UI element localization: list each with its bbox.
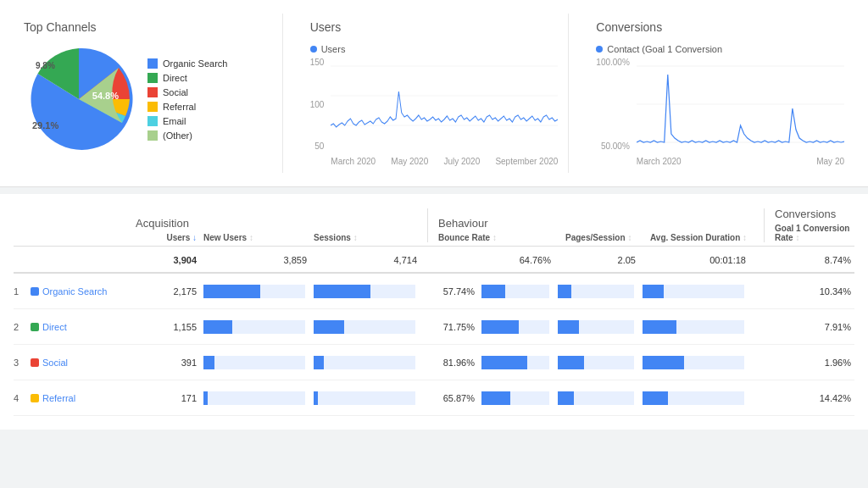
legend-color-referral bbox=[147, 102, 158, 112]
legend-other: (Other) bbox=[147, 130, 227, 141]
legend-label-social: Social bbox=[163, 87, 188, 97]
users-val: 2,175 bbox=[132, 286, 200, 297]
sessions-bar bbox=[310, 391, 420, 405]
col-header-pages[interactable]: Pages/Session ↕ bbox=[562, 233, 647, 242]
bounce-val: 71.75% bbox=[427, 322, 478, 332]
total-users: 3,904 bbox=[132, 255, 200, 265]
channel-color bbox=[31, 358, 39, 367]
sessions-bar bbox=[310, 320, 420, 334]
goal1-val: 7.91% bbox=[756, 322, 854, 332]
users-title: Users bbox=[310, 20, 559, 34]
users-val: 391 bbox=[132, 358, 200, 368]
conversions-title: Conversions bbox=[596, 20, 844, 34]
col-header-avg-session[interactable]: Avg. Session Duration ↕ bbox=[647, 233, 757, 242]
legend-referral: Referral bbox=[147, 102, 227, 112]
conv-y100: 100.00% bbox=[596, 58, 629, 67]
users-y50: 50 bbox=[310, 141, 325, 151]
divider-2 bbox=[764, 208, 765, 242]
conversions-x-axis: March 2020 May 20 bbox=[637, 157, 844, 166]
users-y150: 150 bbox=[310, 58, 325, 67]
legend-label-referral: Referral bbox=[163, 102, 196, 112]
users-val: 171 bbox=[132, 393, 200, 403]
pie-legend: Organic Search Direct Social Referral Em… bbox=[147, 58, 227, 141]
pages-bar bbox=[554, 356, 639, 369]
avg-bar bbox=[639, 356, 749, 369]
table-row: 1 Organic Search 2,175 57.74% bbox=[14, 274, 854, 309]
new-users-bar bbox=[200, 285, 310, 298]
conv-y50: 50.00% bbox=[596, 141, 629, 151]
col-header-bounce[interactable]: Bounce Rate ↕ bbox=[435, 233, 562, 242]
col-header-new-users[interactable]: New Users ↕ bbox=[200, 233, 310, 242]
goal1-val: 10.34% bbox=[756, 286, 854, 297]
conversions-dot-label: Contact (Goal 1 Conversion bbox=[596, 44, 844, 54]
users-y100: 100 bbox=[310, 100, 325, 109]
avg-bar bbox=[639, 320, 749, 334]
new-users-bar bbox=[200, 391, 310, 405]
legend-label-organic: Organic Search bbox=[163, 58, 227, 69]
channel-name[interactable]: Direct bbox=[31, 322, 132, 332]
channel-color bbox=[31, 287, 39, 296]
row-rank: 1 bbox=[14, 286, 31, 297]
bounce-bar bbox=[478, 356, 554, 369]
conversions-panel: Conversions Contact (Goal 1 Conversion 1… bbox=[586, 14, 854, 173]
col-header-sessions[interactable]: Sessions ↕ bbox=[310, 233, 420, 242]
sessions-bar bbox=[310, 285, 420, 298]
users-dot-label: Users bbox=[310, 44, 559, 54]
conversions-group-title: Conversions bbox=[771, 208, 854, 220]
pie-label-organic: 54.8% bbox=[92, 91, 119, 101]
channel-name[interactable]: Social bbox=[31, 358, 132, 368]
pages-bar bbox=[554, 391, 639, 405]
row-rank: 4 bbox=[14, 393, 31, 403]
legend-direct: Direct bbox=[147, 73, 227, 83]
legend-color-organic bbox=[147, 58, 158, 69]
total-new-users: 3,859 bbox=[200, 255, 310, 265]
pie-label-social: 9.8% bbox=[36, 61, 55, 70]
pie-section: 54.8% 29.1% 9.8% Organic Search Direct S… bbox=[24, 44, 272, 154]
avg-bar bbox=[639, 285, 749, 298]
pie-label-direct: 29.1% bbox=[32, 120, 58, 130]
bounce-val: 65.87% bbox=[427, 393, 478, 403]
pages-bar bbox=[554, 320, 639, 334]
behaviour-col-headers: Bounce Rate ↕ Pages/Session ↕ Avg. Sessi… bbox=[435, 233, 757, 242]
acquisition-group: Acquisition Users ↓ New Users ↕ Sessions… bbox=[132, 217, 420, 242]
new-users-bar bbox=[200, 320, 310, 334]
legend-email: Email bbox=[147, 116, 227, 126]
channel-name[interactable]: Referral bbox=[31, 393, 132, 403]
pie-chart: 54.8% 29.1% 9.8% bbox=[24, 44, 134, 154]
legend-color-email bbox=[147, 116, 158, 126]
goal1-val: 1.96% bbox=[756, 358, 854, 368]
top-channels-title: Top Channels bbox=[24, 20, 272, 34]
users-val: 1,155 bbox=[132, 322, 200, 332]
top-section: Top Channels 54.8% 29. bbox=[0, 0, 868, 187]
legend-label-email: Email bbox=[163, 116, 186, 126]
pages-bar bbox=[554, 285, 639, 298]
table-header-groups: Acquisition Users ↓ New Users ↕ Sessions… bbox=[14, 208, 854, 247]
goal1-val: 14.42% bbox=[756, 393, 854, 403]
table-row: 3 Social 391 81.96% bbox=[14, 345, 854, 380]
bounce-bar bbox=[478, 391, 554, 405]
col-header-users[interactable]: Users ↓ bbox=[132, 233, 200, 242]
row-rank: 3 bbox=[14, 358, 31, 368]
users-x-axis: March 2020 May 2020 July 2020 September … bbox=[331, 157, 558, 166]
total-bounce: 64.76% bbox=[427, 255, 554, 265]
col-header-goal1[interactable]: Goal 1 Conversion Rate ↕ bbox=[771, 224, 854, 242]
sessions-bar bbox=[310, 356, 420, 369]
conversions-group: Conversions Goal 1 Conversion Rate ↕ bbox=[771, 208, 854, 242]
channel-name[interactable]: Organic Search bbox=[31, 286, 132, 297]
bottom-section: Acquisition Users ↓ New Users ↕ Sessions… bbox=[0, 194, 868, 430]
table-row: 2 Direct 1,155 71.75% bbox=[14, 309, 854, 345]
row-rank: 2 bbox=[14, 322, 31, 332]
channel-color bbox=[31, 394, 39, 402]
conversions-dot bbox=[596, 46, 603, 53]
avg-bar bbox=[639, 391, 749, 405]
users-dot bbox=[310, 46, 317, 53]
data-rows: 1 Organic Search 2,175 57.74% bbox=[14, 274, 854, 416]
legend-color-other bbox=[147, 130, 158, 141]
total-goal1: 8.74% bbox=[756, 255, 854, 265]
legend-label-direct: Direct bbox=[163, 73, 187, 83]
total-pages: 2.05 bbox=[554, 255, 639, 265]
bounce-bar bbox=[478, 320, 554, 334]
legend-color-social bbox=[147, 87, 158, 97]
legend-label-other: (Other) bbox=[163, 130, 192, 141]
bounce-val: 81.96% bbox=[427, 358, 478, 368]
